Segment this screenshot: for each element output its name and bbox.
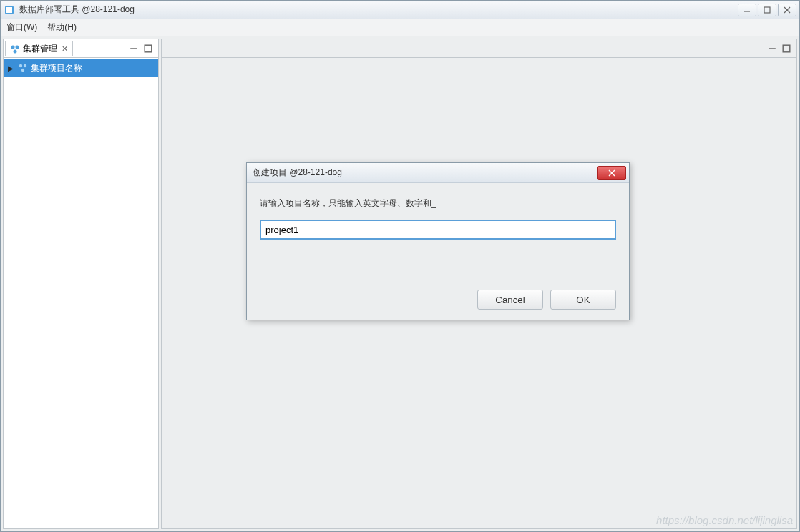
svg-rect-1: [6, 7, 12, 13]
tree-item-cluster-project[interactable]: ▶ 集群项目名称: [4, 59, 158, 77]
svg-rect-3: [764, 7, 770, 13]
project-icon: [18, 63, 28, 73]
maximize-pane-icon[interactable]: [144, 44, 152, 53]
tree-item-label: 集群项目名称: [31, 62, 82, 74]
main-titlebar: 数据库部署工具 @28-121-dog: [1, 1, 799, 19]
svg-point-8: [14, 49, 17, 53]
menu-window[interactable]: 窗口(W): [6, 21, 37, 34]
sidebar-tabs: 集群管理 ✕: [4, 39, 158, 58]
tab-cluster-mgmt[interactable]: 集群管理 ✕: [5, 41, 73, 56]
svg-point-6: [11, 45, 15, 49]
sidebar-pane: 集群管理 ✕ ▶ 集群项目名称: [3, 39, 159, 529]
dialog-buttons: Cancel OK: [260, 290, 616, 310]
dialog-title: 创建项目 @28-121-dog: [253, 167, 597, 179]
content-pane-controls: [768, 44, 795, 53]
tab-close-icon[interactable]: ✕: [62, 44, 68, 54]
svg-point-13: [21, 69, 24, 72]
window-title: 数据库部署工具 @28-121-dog: [19, 4, 738, 16]
content-tabs: [162, 39, 796, 58]
maximize-content-icon[interactable]: [782, 44, 791, 53]
menu-help[interactable]: 帮助(H): [47, 21, 77, 34]
pane-controls: [130, 44, 157, 53]
project-name-input[interactable]: [260, 220, 616, 240]
create-project-dialog: 创建项目 @28-121-dog 请输入项目名称，只能输入英文字母、数字和_ C…: [246, 162, 630, 320]
dialog-titlebar: 创建项目 @28-121-dog: [247, 163, 629, 183]
menubar: 窗口(W) 帮助(H): [1, 19, 799, 36]
svg-point-7: [16, 45, 19, 49]
svg-rect-10: [145, 45, 152, 52]
tree-view: ▶ 集群项目名称: [4, 58, 158, 528]
svg-point-12: [24, 64, 26, 67]
svg-point-11: [19, 64, 22, 67]
ok-button[interactable]: OK: [550, 290, 616, 310]
minimize-pane-icon[interactable]: [130, 44, 138, 53]
minimize-button[interactable]: [738, 4, 756, 16]
cancel-button[interactable]: Cancel: [477, 290, 543, 310]
dialog-body: 请输入项目名称，只能输入英文字母、数字和_ Cancel OK: [247, 183, 629, 320]
minimize-content-icon[interactable]: [768, 44, 776, 53]
maximize-button[interactable]: [758, 4, 776, 16]
tab-label: 集群管理: [23, 43, 57, 55]
dialog-prompt: 请输入项目名称，只能输入英文字母、数字和_: [260, 197, 616, 210]
app-icon: [4, 4, 15, 16]
svg-rect-15: [783, 45, 790, 52]
expand-arrow-icon[interactable]: ▶: [8, 64, 15, 72]
cluster-icon: [10, 44, 20, 54]
window-controls: [738, 4, 796, 16]
close-button[interactable]: [778, 4, 796, 16]
dialog-close-button[interactable]: [597, 166, 626, 180]
